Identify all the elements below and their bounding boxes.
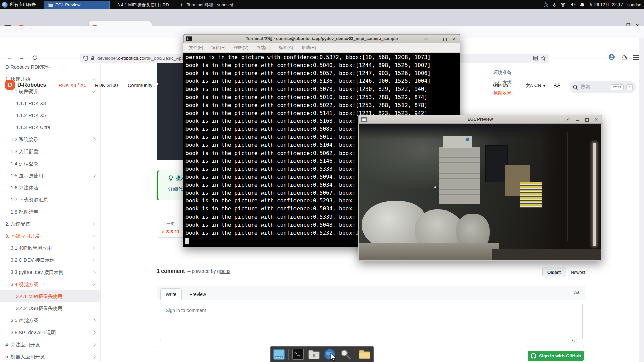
minimize-icon[interactable]	[576, 118, 580, 122]
sidebar-item[interactable]: 1.7 下载资源汇总	[0, 194, 100, 206]
maximize-icon[interactable]	[585, 118, 589, 122]
nav-community[interactable]: Community	[128, 83, 157, 88]
folder-icon[interactable]	[358, 348, 371, 361]
shade-icon[interactable]	[566, 118, 570, 122]
terminal-menu-item[interactable]: 视图(V)	[234, 45, 248, 51]
terminal-titlebar[interactable]: $- Terminal 终端 - sunrise@ubuntu: /app/py…	[183, 34, 460, 43]
terminal-menu-item[interactable]: 编辑(E)	[211, 45, 226, 51]
terminal-menubar: 文件(F)编辑(E)视图(V)终端(T)标签(A)帮助(H)	[183, 43, 460, 53]
sidebar-item[interactable]: 1.3 入门配置	[0, 145, 100, 158]
terminal-cursor	[185, 238, 189, 244]
sidebar-item[interactable]: 3.5 声觉方案	[0, 314, 100, 326]
sidebar-item[interactable]: 1.4 远程登录	[0, 158, 100, 170]
home-folder-icon[interactable]	[308, 348, 320, 361]
nav-rdk-s100[interactable]: RDK S100	[95, 83, 118, 88]
desktop: D D-Robotics RDK X3 / X5 RDK S100 Commun…	[0, 0, 644, 362]
terminal-line: book is in the picture with confidence:0…	[185, 61, 460, 69]
terminal-launcher-icon[interactable]: $	[292, 348, 305, 361]
sidebar-item[interactable]: 3.2 C DEV 接口示例	[0, 254, 100, 266]
wifi-icon[interactable]	[560, 3, 566, 7]
minimize-icon[interactable]	[434, 37, 438, 41]
sidebar-item[interactable]: 2. 系统配置	[0, 218, 100, 230]
forward-icon[interactable]: →	[19, 54, 24, 61]
egl-preview-window: EGL Preview	[358, 115, 602, 261]
terminal-menu-item[interactable]: 文件(F)	[189, 45, 203, 51]
chevron-icon	[92, 282, 95, 285]
page-scrollbar[interactable]	[639, 26, 644, 362]
tab-preview[interactable]: Preview	[186, 288, 209, 300]
bluetooth-icon[interactable]	[553, 2, 556, 7]
reload-icon[interactable]	[32, 55, 38, 61]
markdown-icon: M↓	[570, 339, 577, 343]
chevron-icon	[92, 270, 95, 274]
sidebar-item[interactable]: 3.4.1 MIPI摄像头使用	[0, 290, 100, 302]
sort-newest-button[interactable]: Newest	[566, 267, 590, 277]
kbd-k: K	[626, 84, 633, 90]
clock[interactable]: 五 26 12月, 22:17	[589, 2, 623, 8]
chevron-icon	[92, 330, 95, 334]
sidebar-item[interactable]: 1.8 配件清单	[0, 206, 100, 218]
tab-write[interactable]: Write	[160, 288, 182, 300]
sidebar-item[interactable]: 1.5 显示屏使用	[0, 170, 100, 182]
sidebar-item[interactable]: 4. 算法应用开发	[0, 339, 100, 351]
search-input[interactable]: 搜索 ctrl K	[570, 81, 636, 93]
taskbar-item-egl[interactable]: EGL Preview	[44, 1, 110, 9]
show-desktop-icon[interactable]	[273, 348, 285, 361]
sidebar-item[interactable]: 3. 基础应用开发	[0, 230, 100, 242]
sidebar-item[interactable]: D-Robotics RDK套件	[0, 61, 100, 73]
volume-icon[interactable]	[570, 2, 576, 7]
search-icon	[573, 85, 578, 90]
menu-hamburger-icon[interactable]	[633, 55, 639, 60]
sidebar-item[interactable]: 3.4.2 USB摄像头使用	[0, 302, 100, 314]
sidebar-item[interactable]: 5. 机器人应用开发	[0, 351, 100, 362]
terminal-line: book is in the picture with confidence:0…	[185, 77, 460, 85]
kbd-ctrl: ctrl	[611, 84, 624, 90]
maximize-icon[interactable]	[443, 37, 447, 41]
shade-icon[interactable]	[424, 37, 428, 41]
text-format-button[interactable]: Aa	[574, 290, 580, 295]
bookmark-star-icon[interactable]	[541, 56, 546, 61]
terminal-line: book is in the picture with confidence:0…	[185, 69, 460, 77]
input-method-indicator[interactable]: 英	[544, 2, 548, 8]
sidebar-item[interactable]: 1.1.1 RDK X3	[0, 97, 100, 109]
brand-name[interactable]: D-Robotics	[17, 82, 46, 88]
prev-page-card[interactable]: 上一页 « 3.3.11	[157, 217, 185, 238]
account-icon[interactable]	[608, 54, 615, 60]
terminal-menu-item[interactable]: 标签(A)	[279, 45, 293, 51]
extensions-icon[interactable]	[621, 55, 627, 60]
close-icon[interactable]	[594, 118, 598, 122]
sidebar-item[interactable]: 3.6 SP_dev API 说明	[0, 326, 100, 339]
sidebar-item[interactable]: 3.4 视觉方案	[0, 278, 100, 290]
github-link[interactable]: GitHub	[493, 83, 513, 88]
notification-bell-icon[interactable]	[580, 2, 584, 7]
sort-oldest-button[interactable]: Oldest	[543, 267, 566, 277]
terminal-menu-item[interactable]: 帮助(H)	[301, 45, 316, 51]
chevron-icon	[92, 355, 95, 358]
giscus-link[interactable]: giscus	[217, 268, 230, 274]
github-icon	[531, 353, 536, 359]
sidebar-item[interactable]: 1.1.3 RDK Ultra	[0, 121, 100, 133]
applications-menu[interactable]: 所有应用程序	[0, 0, 39, 9]
taskbar-item-terminal[interactable]: $- Terminal 终端 - sunrise@…	[176, 1, 233, 9]
sign-in-github-button[interactable]: Sign in with GitHub	[528, 351, 584, 361]
toc-item[interactable]: 环境准备	[493, 68, 527, 78]
theme-toggle-sun-icon[interactable]	[553, 82, 561, 90]
toc-item[interactable]: 预期效果	[493, 88, 527, 98]
reader-mode-icon[interactable]	[533, 56, 538, 61]
egl-titlebar[interactable]: EGL Preview	[358, 115, 602, 124]
close-icon[interactable]	[452, 37, 457, 41]
user-name[interactable]: sunrise	[627, 2, 641, 7]
comment-textarea[interactable]: Sign in to comment	[160, 303, 583, 340]
language-selector[interactable]: 文A CN ▼	[526, 83, 546, 89]
back-icon[interactable]: ←	[7, 54, 12, 61]
sidebar-item[interactable]: 1.6 算法体验	[0, 182, 100, 194]
sidebar-item[interactable]: 3.3 python dev 接口示例	[0, 266, 100, 278]
taskbar-item-firefox[interactable]: 3.4.1 MIPI摄像头使用 | RD…	[111, 1, 175, 9]
sidebar-item[interactable]: 3.1 40PIN管脚应用	[0, 242, 100, 254]
search-tool-icon[interactable]	[339, 348, 352, 361]
nav-rdk-x3-x5[interactable]: RDK X3 / X5	[59, 83, 86, 88]
d-robotics-logo-icon[interactable]: D	[5, 80, 15, 90]
sidebar-item[interactable]: 1.1.2 RDK X5	[0, 109, 100, 121]
terminal-menu-item[interactable]: 终端(T)	[256, 45, 271, 51]
sidebar-item[interactable]: 1.2 系统烧录	[0, 133, 100, 145]
